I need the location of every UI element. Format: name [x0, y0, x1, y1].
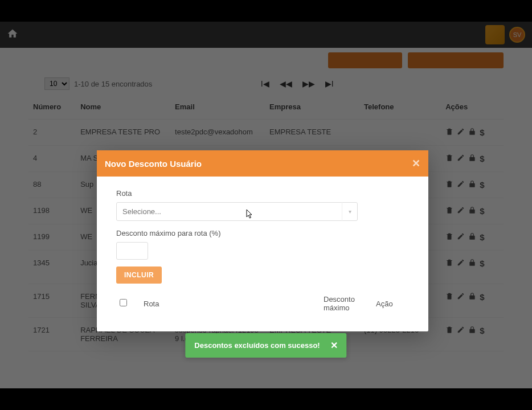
- modal-inner-table: Rota Desconto máximo Ação: [116, 290, 409, 317]
- desconto-input[interactable]: [116, 242, 148, 260]
- toast-message: Descontos excluídos com sucesso!: [194, 341, 320, 350]
- inner-col-acao: Ação: [374, 292, 408, 315]
- modal-title: Novo Desconto Usuário: [105, 159, 202, 169]
- rota-label: Rota: [116, 189, 409, 198]
- rota-select-input[interactable]: [116, 202, 358, 221]
- inner-col-desconto: Desconto máximo: [321, 292, 373, 315]
- toast-close-icon[interactable]: ✕: [330, 340, 338, 351]
- modal-header: Novo Desconto Usuário ✕: [97, 150, 428, 177]
- rota-select[interactable]: ▾: [116, 202, 358, 221]
- modal-novo-desconto: Novo Desconto Usuário ✕ Rota ▾ Desconto …: [97, 150, 428, 331]
- incluir-button[interactable]: INCLUIR: [116, 266, 162, 284]
- toast-success: Descontos excluídos com sucesso! ✕: [185, 333, 346, 358]
- inner-col-rota: Rota: [141, 292, 320, 315]
- select-all-checkbox[interactable]: [120, 299, 127, 306]
- close-icon[interactable]: ✕: [412, 157, 420, 170]
- desconto-label: Desconto máximo para rota (%): [116, 229, 409, 237]
- chevron-down-icon[interactable]: ▾: [342, 202, 358, 221]
